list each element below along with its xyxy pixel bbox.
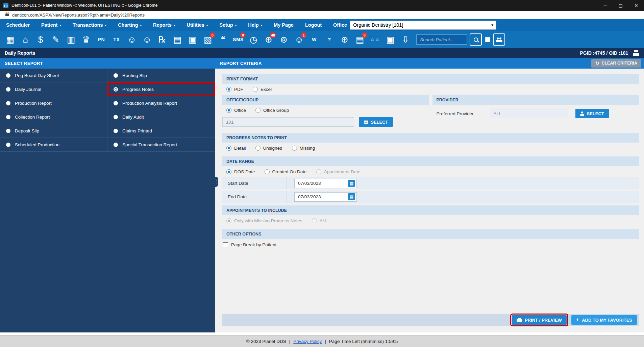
print-preview-button[interactable]: PRINT / PREVIEW	[512, 315, 567, 325]
payments-icon[interactable]: $	[34, 33, 47, 46]
window-titlebar: Denticon-101 ::- Patient Window -:: Welc…	[0, 0, 644, 11]
preferred-provider-label: Preferred Provider	[437, 111, 481, 116]
report-option[interactable]: Peg Board Day Sheet	[0, 69, 107, 82]
radio-option[interactable]: DOS Date	[226, 169, 255, 174]
office-id-input[interactable]	[222, 117, 354, 127]
nav-my-page[interactable]: My Page	[274, 22, 294, 28]
report-option[interactable]: Claims Printed	[107, 124, 215, 138]
radio-option[interactable]: Unsigned	[255, 146, 282, 151]
start-date-input[interactable]: ▦	[294, 179, 357, 188]
home-icon[interactable]: ⌂	[19, 33, 31, 46]
radio-option[interactable]: Missing	[292, 146, 315, 151]
report-option[interactable]: Scheduled Production	[0, 138, 107, 152]
radio-option[interactable]: Excel	[253, 87, 272, 92]
nav-utilities[interactable]: Utilities ▾	[187, 22, 208, 28]
nav-transactions[interactable]: Transactions ▾	[73, 22, 106, 28]
web-search-icon[interactable]: ⊕	[339, 33, 351, 46]
lab-cases-icon[interactable]: ♛	[80, 33, 92, 46]
maximize-button[interactable]: ▢	[613, 0, 628, 11]
search-patient-button[interactable]	[470, 33, 482, 46]
treatment-plans-icon[interactable]: TX	[110, 33, 123, 46]
page-break-option[interactable]: Page Break by Patient	[222, 239, 277, 251]
report-option[interactable]: Routing Slip	[107, 69, 215, 82]
radio-option[interactable]: Office Group	[255, 108, 289, 113]
panel-splitter-handle[interactable]: ⋮	[215, 177, 218, 187]
radio-icon	[312, 218, 317, 223]
report-option-label: Peg Board Day Sheet	[15, 73, 59, 78]
report-option[interactable]: Daily Journal	[0, 82, 107, 96]
page-footer: © 2023 Planet DDS | Privacy Policy | Pag…	[0, 335, 644, 347]
report-option[interactable]: Collection Report	[0, 110, 107, 124]
support-icon[interactable]: ⊚	[278, 33, 290, 46]
charting-icon[interactable]: ✎	[50, 33, 62, 46]
add-account-icon[interactable]: ☺	[141, 33, 153, 46]
print-queue-icon[interactable]: ▣	[384, 33, 396, 46]
caret-down-icon: ▾	[235, 24, 237, 27]
progress-notes-icon[interactable]: PN	[95, 33, 107, 46]
documents-icon[interactable]: ▤	[171, 33, 183, 46]
calendar-icon[interactable]: ▦	[348, 193, 355, 200]
radio-option[interactable]: Office	[226, 108, 246, 113]
radio-option[interactable]: ALL	[312, 218, 328, 223]
add-patient-icon[interactable]: ☺	[126, 33, 138, 46]
print-icon[interactable]: ▣	[187, 33, 199, 46]
staff-icon[interactable]: ☺☺	[369, 33, 381, 46]
report-option[interactable]: Deposit Slip	[0, 124, 107, 138]
radio-option[interactable]: Appointment Date	[316, 169, 361, 174]
nav-logout[interactable]: Logout	[305, 22, 322, 28]
radio-option[interactable]: Detail	[226, 146, 246, 151]
nav-reports[interactable]: Reports ▾	[153, 22, 175, 28]
time-clock-icon[interactable]: ◷	[247, 33, 259, 46]
privacy-policy-link[interactable]: Privacy Policy	[293, 339, 322, 344]
report-option[interactable]: Special Transaction Report	[107, 138, 215, 152]
office-select-button[interactable]: ▤ SELECT	[359, 117, 393, 127]
radio-option[interactable]: Only with Missing Progress Notes	[226, 218, 302, 223]
address-bar[interactable]: denticon.com/ASPX/NewReports.aspx?RptNam…	[0, 11, 644, 19]
eservices-icon[interactable]: W	[308, 33, 320, 46]
sms-icon[interactable]: SMS 0	[232, 33, 244, 46]
provider-column: PROVIDER Preferred Provider SELECT	[432, 95, 639, 118]
eligibility-icon[interactable]: ▤ 0	[354, 33, 366, 46]
radio-option[interactable]: Created On Date	[265, 169, 307, 174]
add-to-favorites-button[interactable]: + ADD TO MY FAVORITES	[571, 315, 637, 325]
nav-scheduler[interactable]: Scheduler	[6, 22, 30, 28]
radio-icon	[226, 169, 231, 174]
end-date-input[interactable]: ▦	[294, 192, 357, 202]
nav-charting[interactable]: Charting ▾	[118, 22, 142, 28]
print-page-icon[interactable]	[633, 50, 639, 56]
claims-icon[interactable]: ▧ 0	[202, 33, 214, 46]
nav-item-label: Scheduler	[6, 22, 30, 28]
report-option[interactable]: Production Report	[0, 96, 107, 110]
close-button[interactable]: ✕	[628, 0, 644, 11]
office-select[interactable]: Organic Dentistry [101] ▼	[350, 21, 496, 30]
date-range-options: DOS Date Created On Date Appointment Dat…	[222, 166, 639, 177]
print-format-header: PRINT FORMAT	[222, 74, 639, 84]
inbox-icon[interactable]: ⇩	[399, 33, 412, 46]
appointments-icon[interactable]: ▦	[4, 33, 16, 46]
patient-group-button[interactable]	[493, 33, 505, 46]
office-icon[interactable]: ▥	[65, 33, 77, 46]
preferred-provider-input[interactable]	[490, 109, 568, 118]
prescriptions-icon[interactable]: ℞	[156, 33, 168, 46]
minimize-button[interactable]: ─	[597, 0, 613, 11]
web-icon[interactable]: ⊕ 48	[263, 33, 275, 46]
radio-option[interactable]: PDF	[226, 87, 243, 92]
clear-criteria-button[interactable]: ↻ CLEAR CRITERIA	[591, 59, 641, 68]
start-date-value[interactable]	[295, 181, 348, 186]
report-option[interactable]: Progress Notes	[107, 82, 215, 96]
provider-select-button[interactable]: SELECT	[575, 109, 609, 118]
report-option-label: Daily Audit	[122, 115, 144, 120]
report-option[interactable]: Production Analysis Report	[107, 96, 215, 110]
calendar-icon[interactable]: ▦	[348, 180, 355, 187]
radio-label: Office	[234, 108, 246, 113]
report-option[interactable]: Daily Audit	[107, 110, 215, 124]
nav-help[interactable]: Help ▾	[248, 22, 262, 28]
nav-setup[interactable]: Setup ▾	[219, 22, 237, 28]
end-date-value[interactable]	[295, 194, 348, 199]
help-icon[interactable]: ?	[323, 33, 336, 46]
search-patient-input[interactable]	[416, 34, 467, 45]
nav-patient[interactable]: Patient ▾	[41, 22, 61, 28]
messages-icon[interactable]: ❝	[217, 33, 229, 46]
feedback-icon[interactable]: ☺ 1	[293, 33, 305, 46]
toolbar-checkbox[interactable]	[485, 37, 490, 42]
